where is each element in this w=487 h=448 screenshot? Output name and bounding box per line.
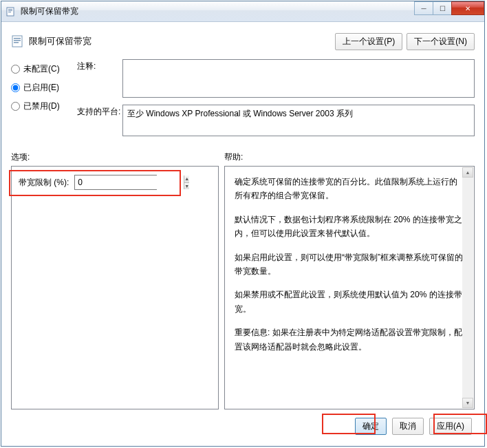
svg-rect-1 [8, 9, 12, 10]
svg-rect-5 [14, 38, 21, 39]
spinner-down-icon[interactable]: ▼ [184, 183, 189, 190]
radio-enabled-label: 已启用(E) [23, 82, 59, 94]
content-area: 限制可保留带宽 上一个设置(P) 下一个设置(N) 未配置(C) 已启用(E) [1, 22, 484, 446]
minimize-button[interactable]: ─ [414, 1, 433, 15]
titlebar: 限制可保留带宽 ─ ☐ ✕ [1, 1, 484, 22]
radio-not-configured[interactable] [11, 65, 20, 74]
options-section-label: 选项: [11, 151, 224, 163]
dialog-window: 限制可保留带宽 ─ ☐ ✕ 限制可保留带宽 上一个设置(P) 下一个设置(N) [1, 1, 485, 447]
app-icon [6, 6, 17, 17]
ok-button[interactable]: 确定 [355, 418, 387, 435]
svg-rect-3 [8, 12, 11, 12]
footer-buttons: 确定 取消 应用(A) [11, 409, 475, 439]
help-panel: 确定系统可保留的连接带宽的百分比。此值限制系统上运行的所有程序的组合带宽保留。 … [224, 166, 475, 409]
svg-rect-7 [14, 42, 19, 43]
options-panel: 带宽限制 (%): ▲ ▼ [11, 166, 219, 409]
radio-enabled[interactable] [11, 83, 20, 92]
svg-rect-2 [8, 10, 12, 11]
bandwidth-input[interactable] [75, 175, 184, 189]
bandwidth-label: 带宽限制 (%): [19, 177, 69, 189]
maximize-button[interactable]: ☐ [433, 1, 452, 15]
help-scrollbar[interactable]: ▲ ▼ [462, 167, 473, 408]
header-row: 限制可保留带宽 上一个设置(P) 下一个设置(N) [11, 29, 475, 54]
titlebar-text: 限制可保留带宽 [21, 6, 78, 17]
bandwidth-spinner: ▲ ▼ [74, 175, 157, 190]
platform-label: 支持的平台: [77, 105, 122, 136]
next-setting-button[interactable]: 下一个设置(N) [407, 33, 475, 50]
comment-label: 注释: [77, 59, 122, 98]
comment-textarea[interactable] [122, 59, 475, 98]
apply-button[interactable]: 应用(A) [429, 418, 472, 435]
radio-disabled-label: 已禁用(D) [23, 100, 60, 112]
svg-rect-6 [14, 40, 21, 41]
header-title: 限制可保留带宽 [29, 35, 91, 47]
platform-box: 至少 Windows XP Professional 或 Windows Ser… [122, 105, 475, 136]
prev-setting-button[interactable]: 上一个设置(P) [335, 33, 402, 50]
radio-disabled[interactable] [11, 102, 20, 111]
scroll-down-icon[interactable]: ▼ [462, 398, 473, 408]
svg-rect-4 [12, 36, 22, 47]
config-row: 未配置(C) 已启用(E) 已禁用(D) 注释: 支持的平台: [11, 59, 475, 143]
close-button[interactable]: ✕ [451, 1, 484, 15]
radio-column: 未配置(C) 已启用(E) 已禁用(D) [11, 59, 77, 143]
radio-not-configured-label: 未配置(C) [23, 63, 60, 75]
window-controls: ─ ☐ ✕ [415, 1, 484, 15]
help-text[interactable]: 确定系统可保留的连接带宽的百分比。此值限制系统上运行的所有程序的组合带宽保留。 … [225, 167, 474, 409]
help-section-label: 帮助: [224, 151, 475, 163]
spinner-up-icon[interactable]: ▲ [184, 175, 189, 183]
scroll-up-icon[interactable]: ▲ [462, 167, 473, 178]
cancel-button[interactable]: 取消 [392, 418, 424, 435]
policy-icon [11, 34, 25, 48]
